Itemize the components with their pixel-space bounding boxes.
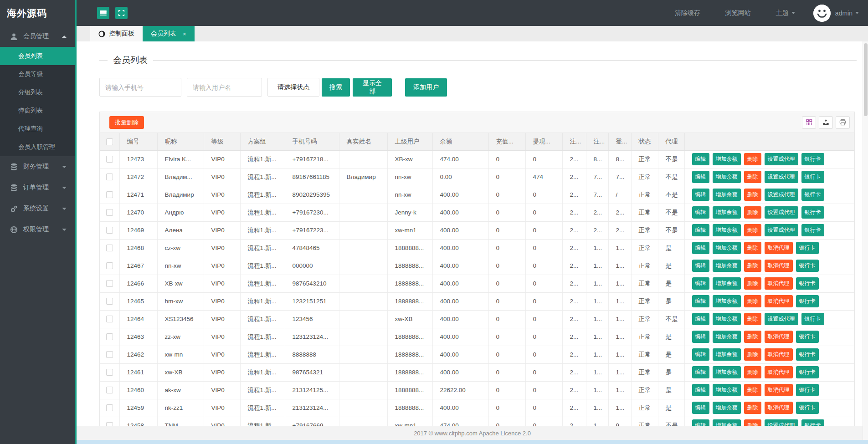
- delete-button[interactable]: 删除: [744, 402, 761, 414]
- edit-button[interactable]: 编辑: [692, 224, 709, 236]
- sidebar-subitem-2[interactable]: 分组列表: [0, 83, 75, 102]
- delete-button[interactable]: 删除: [744, 419, 761, 426]
- delete-button[interactable]: 删除: [744, 384, 761, 396]
- tab-member-list[interactable]: 会员列表 ×: [143, 26, 195, 41]
- edit-button[interactable]: 编辑: [692, 402, 709, 414]
- sidebar-item-member-management[interactable]: 会员管理: [0, 26, 75, 47]
- edit-button[interactable]: 编辑: [692, 153, 709, 165]
- scrollbar-thumb[interactable]: [864, 43, 868, 116]
- add-balance-button[interactable]: 增加余额: [713, 171, 741, 183]
- sidebar-item-permission-management[interactable]: 权限管理: [0, 219, 75, 240]
- edit-button[interactable]: 编辑: [692, 419, 709, 426]
- edit-button[interactable]: 编辑: [692, 313, 709, 325]
- avatar[interactable]: [813, 5, 831, 22]
- sidebar-subitem-1[interactable]: 会员等级: [0, 65, 75, 83]
- delete-button[interactable]: 删除: [744, 348, 761, 361]
- show-all-button[interactable]: 显示全部: [353, 78, 392, 97]
- delete-button[interactable]: 删除: [744, 331, 761, 343]
- row-checkbox[interactable]: [106, 298, 113, 305]
- sidebar-subitem-5[interactable]: 会员入职管理: [0, 138, 75, 156]
- row-checkbox[interactable]: [106, 245, 113, 251]
- search-button[interactable]: 搜索: [322, 78, 350, 97]
- close-icon[interactable]: ×: [183, 31, 186, 37]
- bank-card-button[interactable]: 银行卡: [796, 277, 819, 290]
- add-balance-button[interactable]: 增加余额: [713, 295, 741, 307]
- add-balance-button[interactable]: 增加余额: [713, 331, 741, 343]
- edit-button[interactable]: 编辑: [692, 348, 709, 361]
- add-balance-button[interactable]: 增加余额: [713, 348, 741, 361]
- bank-card-button[interactable]: 银行卡: [801, 171, 824, 183]
- delete-button[interactable]: 删除: [744, 206, 761, 219]
- status-select[interactable]: 请选择状态: [267, 78, 319, 97]
- row-checkbox[interactable]: [106, 333, 113, 340]
- sidebar-subitem-4[interactable]: 代理查询: [0, 120, 75, 138]
- add-balance-button[interactable]: 增加余额: [713, 242, 741, 254]
- bank-card-button[interactable]: 银行卡: [796, 366, 819, 378]
- sidebar-item-order-management[interactable]: 订单管理: [0, 177, 75, 198]
- edit-button[interactable]: 编辑: [692, 331, 709, 343]
- username-input[interactable]: [187, 78, 262, 97]
- delete-button[interactable]: 删除: [744, 295, 761, 307]
- delete-button[interactable]: 删除: [744, 366, 761, 378]
- edit-button[interactable]: 编辑: [692, 242, 709, 254]
- cancel-agent-button[interactable]: 取消代理: [765, 260, 793, 272]
- row-checkbox[interactable]: [106, 387, 113, 393]
- sidebar-item-system-settings[interactable]: 系统设置: [0, 198, 75, 219]
- edit-button[interactable]: 编辑: [692, 189, 709, 201]
- delete-button[interactable]: 删除: [744, 153, 761, 165]
- set-agent-button[interactable]: 设置成代理: [765, 171, 798, 183]
- row-checkbox[interactable]: [106, 369, 113, 376]
- cancel-agent-button[interactable]: 取消代理: [765, 366, 793, 378]
- delete-button[interactable]: 删除: [744, 242, 761, 254]
- edit-button[interactable]: 编辑: [692, 277, 709, 290]
- sidebar-subitem-0[interactable]: 会员列表: [0, 47, 75, 65]
- cancel-agent-button[interactable]: 取消代理: [765, 331, 793, 343]
- bank-card-button[interactable]: 银行卡: [796, 348, 819, 361]
- sidebar-subitem-3[interactable]: 弹窗列表: [0, 102, 75, 120]
- tab-dashboard[interactable]: 控制面板: [90, 26, 143, 41]
- edit-button[interactable]: 编辑: [692, 260, 709, 272]
- set-agent-button[interactable]: 设置成代理: [765, 153, 798, 165]
- set-agent-button[interactable]: 设置成代理: [765, 419, 798, 426]
- row-checkbox[interactable]: [106, 209, 113, 216]
- delete-button[interactable]: 删除: [744, 189, 761, 201]
- row-checkbox[interactable]: [106, 280, 113, 287]
- bank-card-button[interactable]: 银行卡: [801, 189, 824, 201]
- set-agent-button[interactable]: 设置成代理: [765, 313, 798, 325]
- export-button[interactable]: [819, 116, 833, 129]
- print-button[interactable]: [836, 116, 850, 129]
- cancel-agent-button[interactable]: 取消代理: [765, 242, 793, 254]
- bank-card-button[interactable]: 银行卡: [796, 242, 819, 254]
- bank-card-button[interactable]: 银行卡: [801, 224, 824, 236]
- bank-card-button[interactable]: 银行卡: [796, 331, 819, 343]
- batch-delete-button[interactable]: 批量删除: [109, 116, 144, 129]
- add-balance-button[interactable]: 增加余额: [713, 366, 741, 378]
- row-checkbox[interactable]: [106, 156, 113, 163]
- add-balance-button[interactable]: 增加余额: [713, 224, 741, 236]
- row-checkbox[interactable]: [106, 316, 113, 322]
- horizontal-scrollbar[interactable]: [77, 440, 868, 444]
- bank-card-button[interactable]: 银行卡: [796, 260, 819, 272]
- row-checkbox[interactable]: [106, 191, 113, 198]
- row-checkbox[interactable]: [106, 351, 113, 358]
- add-balance-button[interactable]: 增加余额: [713, 206, 741, 219]
- bank-card-button[interactable]: 银行卡: [796, 384, 819, 396]
- row-checkbox[interactable]: [106, 227, 113, 234]
- set-agent-button[interactable]: 设置成代理: [765, 224, 798, 236]
- edit-button[interactable]: 编辑: [692, 366, 709, 378]
- add-balance-button[interactable]: 增加余额: [713, 402, 741, 414]
- bank-card-button[interactable]: 银行卡: [801, 419, 824, 426]
- vertical-scrollbar[interactable]: [863, 41, 868, 440]
- delete-button[interactable]: 删除: [744, 171, 761, 183]
- add-balance-button[interactable]: 增加余额: [713, 153, 741, 165]
- bank-card-button[interactable]: 银行卡: [801, 153, 824, 165]
- row-checkbox[interactable]: [106, 404, 113, 411]
- delete-button[interactable]: 删除: [744, 313, 761, 325]
- phone-input[interactable]: [99, 78, 181, 97]
- delete-button[interactable]: 删除: [744, 224, 761, 236]
- cancel-agent-button[interactable]: 取消代理: [765, 402, 793, 414]
- clear-cache-link[interactable]: 清除缓存: [675, 9, 700, 17]
- bank-card-button[interactable]: 银行卡: [796, 295, 819, 307]
- delete-button[interactable]: 删除: [744, 277, 761, 290]
- row-checkbox[interactable]: [106, 422, 113, 426]
